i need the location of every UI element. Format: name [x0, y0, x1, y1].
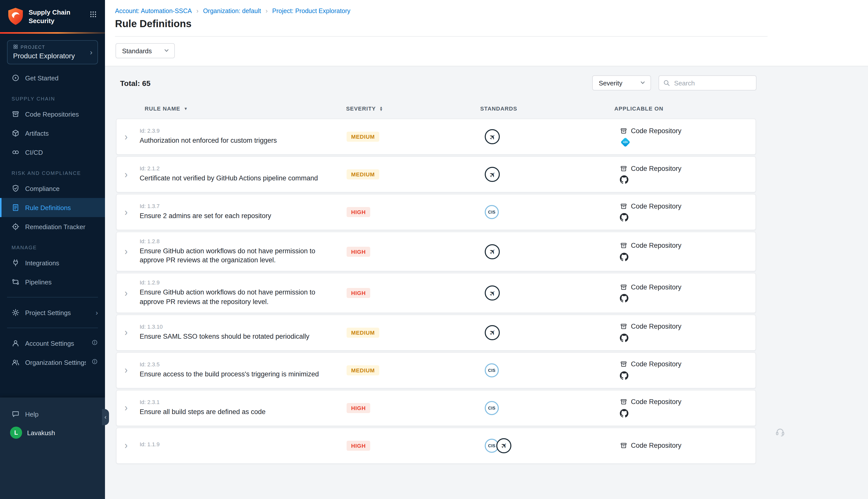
- owasp-cicd-standard-icon: ✈: [485, 129, 500, 144]
- sidebar-item-label: Account Settings: [25, 339, 86, 347]
- table-row[interactable]: › Id: 2.3.9 Authorization not enforced f…: [116, 119, 756, 155]
- sidebar-nav: Get Started SUPPLY CHAIN Code Repositori…: [0, 66, 105, 372]
- sidebar-item-help[interactable]: Help: [0, 404, 105, 424]
- applicable-on-text: Code Repository: [631, 398, 681, 406]
- sidebar-item-cicd[interactable]: CI/CD: [0, 143, 105, 162]
- links-icon: [12, 148, 20, 156]
- breadcrumb-organization-link[interactable]: Organization: default: [203, 7, 261, 14]
- nav-section-risk-compliance: RISK AND COMPLIANCE: [0, 162, 105, 179]
- row-expand-icon[interactable]: ›: [125, 246, 127, 257]
- rule-id: Id: 2.3.5: [140, 362, 347, 368]
- applicable-on-text: Code Repository: [631, 242, 681, 249]
- sidebar-item-label: Help: [25, 410, 98, 418]
- cis-standard-icon: CIS: [485, 363, 499, 377]
- breadcrumb-separator-icon: ›: [196, 7, 199, 15]
- page-title: Rule Definitions: [115, 18, 858, 30]
- rule-id: Id: 1.2.8: [140, 238, 347, 244]
- sidebar-item-integrations[interactable]: Integrations: [0, 253, 105, 272]
- sidebar-item-project-settings[interactable]: Project Settings ›: [0, 303, 105, 322]
- standards-filter-dropdown[interactable]: Standards: [115, 43, 175, 58]
- table-row[interactable]: › Id: 1.1.9 HIGH CIS ✈: [116, 428, 756, 464]
- repository-icon: [620, 442, 628, 450]
- project-selector[interactable]: PROJECT Product Exploratory ›: [7, 40, 98, 64]
- app-window: Supply Chain Security: [0, 0, 868, 499]
- row-expand-icon[interactable]: ›: [125, 131, 127, 142]
- sidebar-item-remediation-tracker[interactable]: Remediation Tracker: [0, 217, 105, 236]
- column-header-rule-name[interactable]: RULE NAME ▼: [139, 106, 346, 112]
- cube-icon: [12, 129, 20, 137]
- sidebar-item-label: Pipelines: [25, 278, 98, 286]
- severity-filter-dropdown[interactable]: Severity: [592, 75, 651, 90]
- info-icon[interactable]: [91, 358, 98, 366]
- severity-badge: HIGH: [347, 207, 370, 217]
- target-icon: [12, 223, 20, 231]
- sidebar-item-get-started[interactable]: Get Started: [0, 68, 105, 87]
- severity-badge: MEDIUM: [347, 328, 379, 338]
- repository-icon: [620, 127, 628, 134]
- sidebar-item-organization-settings[interactable]: Organization Settings: [0, 353, 105, 372]
- app-logo: Supply Chain Security: [7, 6, 98, 32]
- row-expand-icon[interactable]: ›: [125, 288, 127, 298]
- page-header: Account: Automation-SSCA › Organization:…: [105, 0, 868, 66]
- table-row[interactable]: › Id: 1.2.8 Ensure GitHub action workflo…: [116, 232, 756, 272]
- sidebar-item-pipelines[interactable]: Pipelines: [0, 272, 105, 291]
- sidebar-item-compliance[interactable]: Compliance: [0, 179, 105, 198]
- shield-check-icon: [12, 184, 20, 193]
- row-expand-icon[interactable]: ›: [125, 207, 127, 217]
- severity-filter-label: Severity: [599, 79, 622, 87]
- breadcrumb-project-link[interactable]: Project: Product Exploratory: [272, 7, 350, 14]
- app-title: Supply Chain Security: [29, 7, 70, 26]
- project-name: Product Exploratory: [13, 52, 90, 60]
- cis-standard-icon: CIS: [485, 401, 499, 415]
- rules-list-panel: Total: 65 Severity: [105, 66, 868, 499]
- standards-filter-label: Standards: [122, 47, 152, 54]
- sidebar-item-label: Code Repositories: [25, 110, 98, 118]
- row-expand-icon[interactable]: ›: [125, 169, 127, 179]
- sidebar-item-account-settings[interactable]: Account Settings: [0, 334, 105, 353]
- project-icon: [13, 44, 18, 50]
- breadcrumb-account-link[interactable]: Account: Automation-SSCA: [115, 7, 192, 14]
- sidebar-item-rule-definitions[interactable]: Rule Definitions: [0, 198, 105, 217]
- sidebar-item-code-repositories[interactable]: Code Repositories: [0, 105, 105, 124]
- sidebar-collapse-handle[interactable]: ‹: [102, 409, 109, 425]
- table-row[interactable]: › Id: 1.3.7 Ensure 2 admins are set for …: [116, 194, 756, 230]
- brand-accent-line: [0, 32, 105, 34]
- table-row[interactable]: › Id: 2.1.2 Certificate not verified by …: [116, 156, 756, 193]
- rule-name: Ensure GitHub action workflows do not ha…: [140, 288, 337, 306]
- repository-archive-icon: [12, 110, 20, 118]
- github-icon: [620, 372, 629, 380]
- pipeline-icon: [12, 278, 20, 286]
- applicable-on-text: Code Repository: [631, 127, 681, 134]
- row-expand-icon[interactable]: ›: [125, 327, 127, 338]
- repository-icon: [620, 398, 628, 406]
- table-row[interactable]: › Id: 1.2.9 Ensure GitHub action workflo…: [116, 273, 756, 313]
- table-row[interactable]: › Id: 2.3.5 Ensure access to the build p…: [116, 352, 756, 388]
- support-icon[interactable]: [775, 427, 785, 439]
- module-switcher-grid-icon[interactable]: [89, 11, 97, 20]
- owasp-cicd-standard-icon: ✈: [485, 325, 500, 340]
- rule-name: Ensure SAML SSO tokens should be rotated…: [140, 332, 337, 341]
- user-menu[interactable]: L Lavakush: [0, 424, 105, 439]
- sidebar-item-artifacts[interactable]: Artifacts: [0, 124, 105, 143]
- row-expand-icon[interactable]: ›: [125, 402, 127, 413]
- avatar: L: [10, 427, 22, 439]
- rule-name: Authorization not enforced for custom tr…: [140, 136, 337, 145]
- row-expand-icon[interactable]: ›: [125, 440, 127, 451]
- chevron-right-icon: ›: [96, 308, 98, 317]
- table-row[interactable]: › Id: 2.3.1 Ensure all build steps are d…: [116, 390, 756, 426]
- info-icon[interactable]: [91, 339, 98, 347]
- column-header-severity[interactable]: SEVERITY ▲▼: [346, 106, 480, 112]
- chevron-down-icon: [640, 79, 645, 87]
- breadcrumb: Account: Automation-SSCA › Organization:…: [115, 7, 858, 15]
- sort-updown-icon: ▲▼: [379, 106, 383, 111]
- row-expand-icon[interactable]: ›: [125, 365, 127, 375]
- applicable-on-text: Code Repository: [631, 361, 681, 368]
- applicable-on-text: Code Repository: [631, 283, 681, 291]
- play-circle-icon: [12, 74, 20, 82]
- search-input[interactable]: [658, 75, 756, 90]
- code-provider-icon: </>: [620, 136, 631, 147]
- sidebar-divider: [7, 328, 98, 328]
- rule-name: Ensure access to the build process's tri…: [140, 370, 337, 379]
- table-row[interactable]: › Id: 1.3.10 Ensure SAML SSO tokens shou…: [116, 315, 756, 351]
- severity-badge: MEDIUM: [347, 132, 379, 142]
